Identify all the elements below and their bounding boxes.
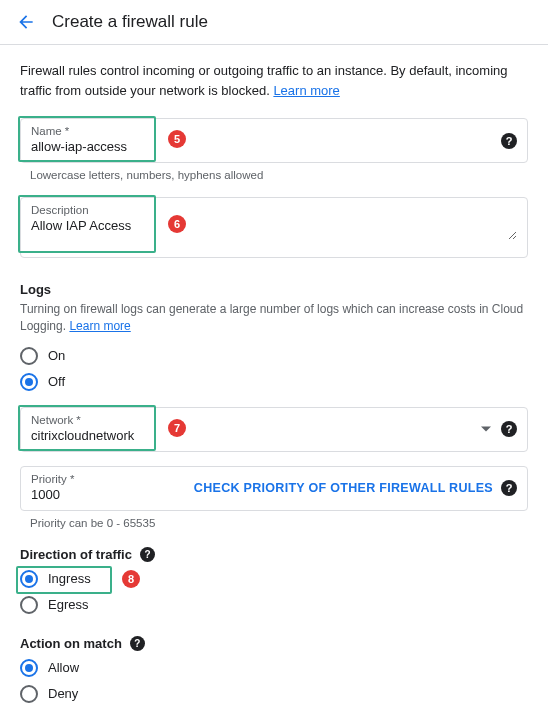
logs-on-label: On	[48, 348, 65, 363]
priority-help-icon[interactable]: ?	[501, 480, 517, 496]
name-label: Name *	[31, 125, 517, 137]
name-field[interactable]: Name * ?	[20, 118, 528, 163]
direction-title: Direction of traffic	[20, 547, 132, 562]
name-input[interactable]	[31, 139, 517, 154]
action-deny-row[interactable]: Deny	[20, 681, 528, 706]
logs-off-row[interactable]: Off	[20, 369, 528, 395]
action-help-icon[interactable]: ?	[130, 636, 145, 651]
direction-egress-radio[interactable]	[20, 596, 38, 614]
logs-learn-more-link[interactable]: Learn more	[69, 319, 130, 333]
description-label: Description	[31, 204, 517, 216]
priority-check-link[interactable]: CHECK PRIORITY OF OTHER FIREWALL RULES	[194, 481, 493, 495]
direction-ingress-label: Ingress	[48, 571, 91, 586]
logs-on-radio[interactable]	[20, 347, 38, 365]
description-callout: 6	[168, 215, 186, 233]
action-allow-radio[interactable]	[20, 659, 38, 677]
back-arrow-icon[interactable]	[16, 12, 36, 32]
logs-off-label: Off	[48, 374, 65, 389]
network-field[interactable]: Network * citrixcloudnetwork ?	[20, 407, 528, 452]
intro-body: Firewall rules control incoming or outgo…	[20, 63, 508, 98]
direction-ingress-radio[interactable]	[20, 570, 38, 588]
network-value: citrixcloudnetwork	[31, 428, 517, 443]
name-hint: Lowercase letters, numbers, hyphens allo…	[30, 169, 528, 181]
network-field-wrap: 7 Network * citrixcloudnetwork ?	[20, 407, 528, 452]
logs-off-radio[interactable]	[20, 373, 38, 391]
name-field-wrap: 5 Name * ?	[20, 118, 528, 163]
intro-text: Firewall rules control incoming or outgo…	[20, 61, 528, 100]
priority-field[interactable]: Priority * CHECK PRIORITY OF OTHER FIREW…	[20, 466, 528, 511]
direction-egress-row[interactable]: Egress	[20, 592, 528, 618]
direction-title-row: Direction of traffic ?	[20, 547, 528, 562]
action-allow-label: Allow	[48, 660, 79, 675]
direction-callout: 8	[122, 570, 140, 588]
action-deny-radio[interactable]	[20, 685, 38, 703]
network-dropdown-icon[interactable]	[481, 427, 491, 432]
priority-hint: Priority can be 0 - 65535	[30, 517, 528, 529]
action-deny-label: Deny	[48, 686, 78, 701]
intro-learn-more-link[interactable]: Learn more	[273, 83, 339, 98]
name-callout: 5	[168, 130, 186, 148]
direction-options: 8 Ingress Egress	[20, 566, 528, 618]
action-allow-row[interactable]: Allow	[20, 655, 528, 681]
priority-field-wrap: Priority * CHECK PRIORITY OF OTHER FIREW…	[20, 466, 528, 511]
direction-ingress-row[interactable]: Ingress	[20, 566, 528, 592]
name-help-icon[interactable]: ?	[501, 133, 517, 149]
description-field-wrap: 6 Description	[20, 197, 528, 258]
description-input[interactable]	[31, 218, 517, 240]
direction-egress-label: Egress	[48, 597, 88, 612]
network-help-icon[interactable]: ?	[501, 421, 517, 437]
form-content: Firewall rules control incoming or outgo…	[0, 45, 548, 706]
priority-input[interactable]	[31, 487, 111, 502]
logs-title: Logs	[20, 282, 528, 297]
logs-on-row[interactable]: On	[20, 343, 528, 369]
network-callout: 7	[168, 419, 186, 437]
page-title: Create a firewall rule	[52, 12, 208, 32]
description-field[interactable]: Description	[20, 197, 528, 258]
logs-desc: Turning on firewall logs can generate a …	[20, 301, 528, 335]
page-header: Create a firewall rule	[0, 0, 548, 45]
direction-help-icon[interactable]: ?	[140, 547, 155, 562]
action-title: Action on match	[20, 636, 122, 651]
network-label: Network *	[31, 414, 517, 426]
action-title-row: Action on match ?	[20, 636, 528, 651]
